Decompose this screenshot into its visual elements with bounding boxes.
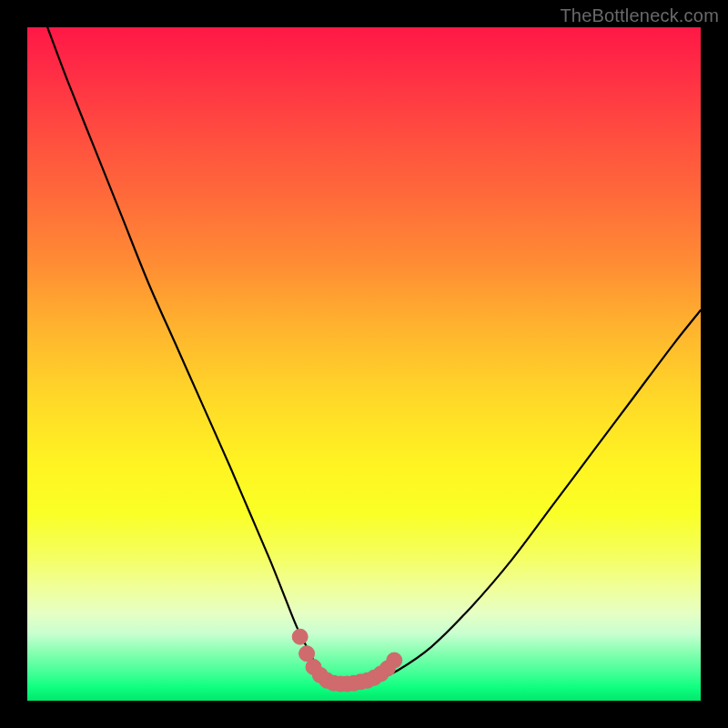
chart-svg (27, 27, 701, 701)
chart-frame: TheBottleneck.com (0, 0, 728, 728)
trough-marker-group (292, 629, 402, 692)
bottleneck-curve (47, 27, 701, 684)
watermark-text: TheBottleneck.com (560, 5, 719, 26)
plot-area (27, 27, 701, 701)
trough-marker (387, 652, 402, 668)
trough-marker (292, 629, 308, 644)
